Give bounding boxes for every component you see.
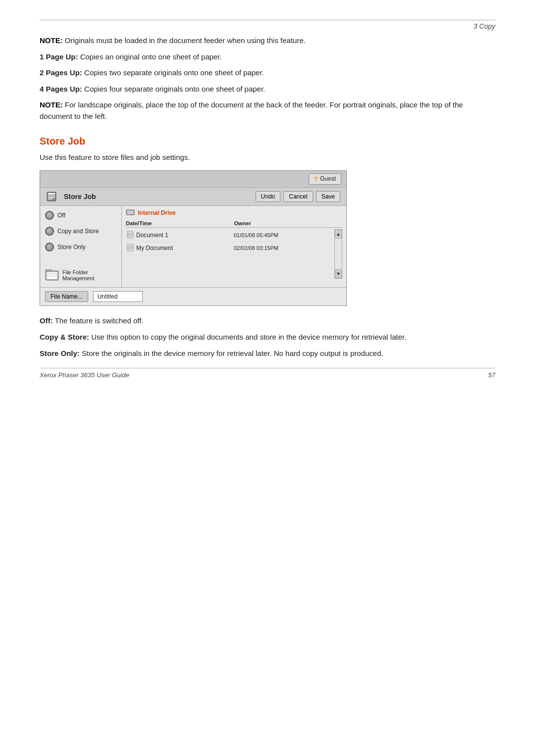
file-icon-1 — [127, 231, 134, 240]
desc-off-text: The feature is switched off. — [53, 316, 144, 325]
ui-top-bar: ? Guest — [40, 171, 346, 188]
item-1-label: 1 Page Up: — [40, 52, 78, 61]
scroll-down-button[interactable]: ▼ — [335, 269, 342, 278]
note-paragraph-1: NOTE: Originals must be loaded in the do… — [40, 35, 495, 47]
item-4-text: Copies four separate originals onto one … — [82, 85, 265, 93]
item-1-page-up: 1 Page Up: Copies an original onto one s… — [40, 51, 495, 63]
footer-left: Xerox Phaser 3635 User Guide — [40, 371, 129, 379]
desc-copy-store-text: Use this option to copy the original doc… — [89, 333, 406, 341]
file-list-header: Date/Time Owner — [126, 219, 342, 228]
file-row-empty-2 — [126, 267, 332, 279]
radio-off[interactable]: Off — [45, 211, 116, 220]
desc-off-bold: Off: — [40, 316, 53, 325]
item-2-pages-up: 2 Pages Up: Copies two separate original… — [40, 67, 495, 79]
chapter-label: 3 Copy — [474, 22, 495, 30]
note-paragraph-2: NOTE: For landscape originals, place the… — [40, 100, 495, 122]
file-folder-label-line1: File Folder — [62, 269, 94, 275]
svg-rect-1 — [48, 193, 55, 195]
item-4-pages-up: 4 Pages Up: Copies four separate origina… — [40, 84, 495, 95]
drive-icon — [126, 209, 135, 217]
store-job-title-icon — [46, 191, 57, 202]
file-name-1: Document 1 — [136, 232, 234, 239]
file-date-2: 02/02/08 03:15PM — [234, 245, 331, 251]
guest-label: Guest — [320, 175, 336, 182]
desc-store-only-bold: Store Only: — [40, 349, 80, 357]
file-folder-label-line2: Management — [62, 275, 94, 281]
ui-right-panel: Internal Drive Date/Time Owner — [122, 206, 346, 287]
radio-circle-store-only — [45, 243, 54, 252]
ui-title-bar: Store Job Undo Cancel Save — [40, 188, 346, 206]
note-text-2: For landscape originals, place the top o… — [40, 101, 463, 120]
footer-right: 57 — [488, 371, 495, 379]
section-heading-store-job: Store Job — [40, 136, 495, 147]
title-bar-buttons: Undo Cancel Save — [256, 191, 340, 202]
file-folder-icon — [45, 268, 59, 282]
item-2-label: 2 Pages Up: — [40, 68, 82, 77]
file-date-1: 01/01/08 05:45PM — [234, 232, 331, 238]
note-label-2: NOTE: — [40, 101, 63, 109]
item-4-label: 4 Pages Up: — [40, 85, 82, 93]
item-1-text: Copies an original onto one sheet of pap… — [78, 52, 222, 61]
save-button[interactable]: Save — [316, 191, 340, 202]
guest-icon: ? — [314, 175, 318, 183]
svg-rect-7 — [47, 272, 57, 279]
file-list: Document 1 01/01/08 05:45PM — [126, 229, 332, 279]
radio-store-only-label: Store Only — [57, 244, 86, 251]
svg-rect-21 — [127, 244, 133, 251]
page-header: 3 Copy — [40, 20, 495, 30]
table-row[interactable]: My Document 02/02/08 03:15PM — [126, 242, 332, 255]
internal-drive-row: Internal Drive — [126, 209, 342, 217]
ui-body: Off Copy and Store Store Only — [40, 206, 346, 287]
svg-rect-3 — [48, 197, 55, 198]
svg-rect-6 — [46, 270, 52, 272]
desc-store-only: Store Only: Store the originals in the d… — [40, 348, 495, 359]
scrollbar[interactable]: ▲ ▼ — [334, 229, 342, 279]
svg-rect-2 — [48, 196, 55, 197]
desc-copy-store: Copy & Store: Use this option to copy th… — [40, 331, 495, 343]
radio-copy-and-store[interactable]: Copy and Store — [45, 227, 116, 236]
scroll-track — [335, 239, 342, 269]
store-job-title-label: Store Job — [64, 193, 249, 201]
note-label-1: NOTE: — [40, 36, 63, 45]
guest-button[interactable]: ? Guest — [309, 173, 341, 185]
file-row-empty-1 — [126, 255, 332, 267]
desc-store-only-text: Store the originals in the device memory… — [80, 349, 383, 357]
radio-off-label: Off — [57, 212, 65, 219]
radio-store-only[interactable]: Store Only — [45, 243, 116, 252]
desc-off: Off: The feature is switched off. — [40, 315, 495, 326]
scroll-up-button[interactable]: ▲ — [335, 230, 342, 239]
file-name-value[interactable]: Untitled — [93, 291, 143, 302]
file-list-area: Document 1 01/01/08 05:45PM — [126, 229, 342, 279]
file-icon-2 — [127, 244, 134, 253]
section-intro: Use this feature to store files and job … — [40, 152, 495, 163]
cancel-button[interactable]: Cancel — [283, 191, 313, 202]
col-date-time: Date/Time — [126, 220, 234, 226]
note-text-1: Originals must be loaded in the document… — [63, 36, 306, 45]
file-folder-management[interactable]: File Folder Management — [45, 268, 116, 282]
table-row[interactable]: Document 1 01/01/08 05:45PM — [126, 229, 332, 242]
item-2-text: Copies two separate originals onto one s… — [82, 68, 264, 77]
col-owner: Owner — [234, 220, 343, 226]
file-name-2: My Document — [136, 245, 234, 252]
radio-copy-and-store-label: Copy and Store — [57, 228, 99, 235]
undo-button[interactable]: Undo — [256, 191, 281, 202]
page-footer: Xerox Phaser 3635 User Guide 57 — [40, 368, 495, 379]
file-folder-labels: File Folder Management — [62, 269, 94, 281]
file-name-button[interactable]: File Name... — [45, 291, 88, 302]
ui-bottom-bar: File Name... Untitled — [40, 287, 346, 305]
desc-copy-store-bold: Copy & Store: — [40, 333, 89, 341]
svg-rect-4 — [48, 199, 53, 200]
radio-circle-copy-and-store — [45, 227, 54, 236]
internal-drive-label: Internal Drive — [138, 209, 176, 216]
ui-left-panel: Off Copy and Store Store Only — [40, 206, 122, 287]
radio-circle-off — [45, 211, 54, 220]
store-job-ui-panel: ? Guest Store Job Undo — [40, 170, 347, 306]
svg-rect-16 — [127, 231, 133, 238]
